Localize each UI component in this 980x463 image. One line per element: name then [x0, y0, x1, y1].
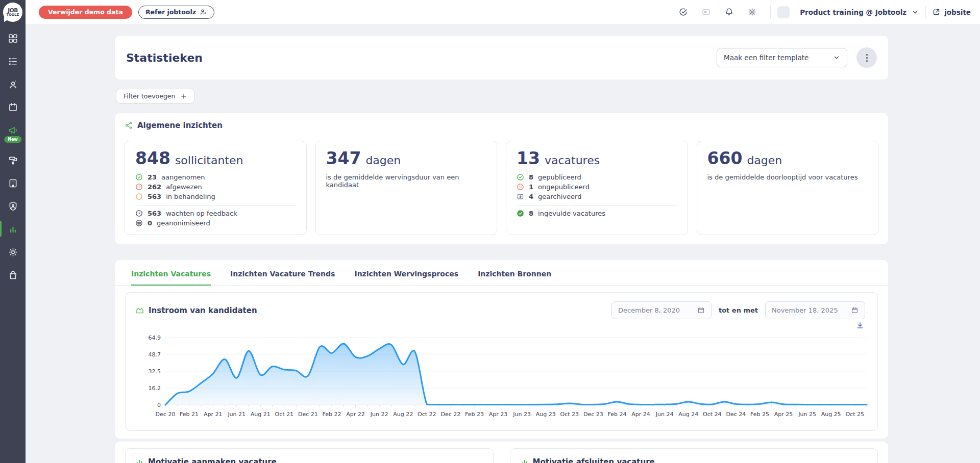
- check-circle-icon: [135, 173, 143, 181]
- tasks-button[interactable]: [672, 0, 695, 24]
- settings-button[interactable]: [741, 0, 764, 24]
- tab-inzichten-vacature-trends[interactable]: Inzichten Vacature Trends: [230, 270, 335, 285]
- external-link-icon: [933, 8, 940, 16]
- chart-card: Instroom van kandidaten December 8, 2020…: [125, 292, 878, 431]
- add-filter-button[interactable]: Filter toevoegen: [116, 89, 194, 104]
- tab-inzichten-vacatures[interactable]: Inzichten Vacatures: [131, 270, 211, 285]
- svg-text:Dec 21: Dec 21: [298, 411, 318, 418]
- stat-footer-list: 563wachten op feedback0geanonimiseerd: [135, 210, 296, 227]
- sidebar-item-statistics[interactable]: [0, 223, 26, 235]
- minus-circle-icon: [517, 183, 524, 191]
- check-circle-icon: [517, 173, 524, 181]
- svg-text:Oct 21: Oct 21: [275, 411, 294, 418]
- refer-jobtoolz-button[interactable]: Refer jobtoolz: [138, 6, 214, 19]
- sidebar-item-privacy[interactable]: [0, 200, 26, 212]
- date-to-input[interactable]: November 18, 2025: [765, 301, 865, 319]
- stat-row: 23aangenomen: [135, 173, 296, 181]
- jobsite-label: jobsite: [944, 8, 971, 16]
- stat-row: 563in behandeling: [135, 193, 296, 200]
- workspace-avatar: [777, 6, 790, 18]
- insights-title-row: Algemene inzichten: [125, 121, 878, 130]
- download-chart-button[interactable]: [856, 321, 864, 329]
- date-to-value: November 18, 2025: [772, 306, 838, 314]
- stat-card-applicants: 848 sollicitanten 23aangenomen262afgewez…: [125, 141, 307, 235]
- jobtoolz-logo[interactable]: JOB TOOLZ: [3, 3, 22, 22]
- motivation-create-card: Motivatie aanmaken vacature: [125, 448, 494, 463]
- stat-row: 1ongepubliceerd: [517, 183, 677, 191]
- bar-chart-icon: [8, 224, 18, 235]
- cards-button[interactable]: [695, 0, 718, 24]
- svg-text:Feb 25: Feb 25: [750, 411, 769, 418]
- stat-list: 8gepubliceerd1ongepubliceerd4gearchiveer…: [517, 173, 677, 200]
- stat-value: 660: [707, 149, 743, 168]
- check-solid-icon: [517, 210, 524, 217]
- stat-row: 0geanonimiseerd: [135, 219, 296, 227]
- chart-title-row: Instroom van kandidaten: [136, 306, 257, 315]
- stat-unit: dagen: [365, 154, 401, 167]
- area-chart-icon: [136, 306, 144, 315]
- tab-inzichten-bronnen[interactable]: Inzichten Bronnen: [478, 270, 551, 285]
- calendar-icon: [851, 306, 859, 314]
- svg-text:Apr 24: Apr 24: [631, 411, 650, 418]
- new-badge: New: [4, 136, 21, 143]
- minus-circle-icon: [135, 183, 143, 191]
- plus-icon: [181, 93, 187, 99]
- tab-inzichten-wervingsproces[interactable]: Inzichten Wervingsproces: [354, 270, 458, 285]
- stat-headline: 848 sollicitanten: [135, 149, 296, 168]
- sidebar-item-candidates[interactable]: [0, 78, 26, 90]
- stat-row: 4gearchiveerd: [517, 193, 677, 200]
- svg-text:Apr 22: Apr 22: [346, 411, 365, 418]
- svg-text:Dec 24: Dec 24: [726, 411, 746, 418]
- sidebar-item-employer-branding[interactable]: [0, 154, 26, 166]
- date-range-separator: tot en met: [719, 306, 758, 314]
- statistics-header-panel: Statistieken Maak een filter template: [115, 36, 888, 80]
- stat-row: 8ingevulde vacatures: [517, 210, 677, 217]
- building-icon: [8, 178, 18, 189]
- filter-template-select[interactable]: Maak een filter template: [717, 48, 847, 67]
- svg-text:Dec 23: Dec 23: [583, 411, 603, 418]
- delete-demo-data-button[interactable]: Verwijder demo data: [39, 6, 132, 19]
- sidebar-item-marketplace[interactable]: [0, 269, 26, 281]
- filter-template-value: Maak een filter template: [724, 54, 808, 62]
- inflow-area-chart: 64.948.732.516.20Dec 20Feb 21Apr 21Jun 2…: [132, 330, 872, 428]
- sidebar-item-calendar[interactable]: [0, 101, 26, 113]
- svg-text:Apr 25: Apr 25: [774, 411, 793, 418]
- sidebar-item-campaigns[interactable]: New: [0, 124, 26, 136]
- megaphone-icon: [8, 125, 18, 136]
- svg-text:32.5: 32.5: [149, 368, 161, 375]
- card-title-row: Motivatie afsluiten vacature: [521, 457, 868, 463]
- account-menu[interactable]: Product training @ Jobtoolz: [777, 6, 919, 18]
- more-options-button[interactable]: [856, 47, 877, 68]
- paint-roller-icon: [8, 155, 18, 166]
- insights-title: Algemene inzichten: [137, 121, 223, 130]
- stat-unit: vacatures: [545, 154, 600, 167]
- bar-chart-icon: [521, 458, 528, 463]
- sidebar-item-dashboard[interactable]: [0, 32, 26, 44]
- sidebar-item-vacancies[interactable]: [0, 55, 26, 67]
- card-title: Motivatie aanmaken vacature: [148, 457, 277, 463]
- date-from-input[interactable]: December 8, 2020: [611, 301, 712, 319]
- bell-icon: [725, 8, 733, 16]
- card-icon: [702, 8, 710, 16]
- chart-header: Instroom van kandidaten December 8, 2020…: [126, 293, 877, 319]
- sidebar-item-company[interactable]: [0, 177, 26, 189]
- circle-icon: [135, 193, 143, 200]
- stat-value: 13: [517, 149, 540, 168]
- svg-text:Aug 21: Aug 21: [251, 411, 271, 418]
- anonymous-icon: [135, 219, 143, 227]
- dashboard-grid-icon: [8, 33, 18, 44]
- notifications-button[interactable]: [718, 0, 741, 24]
- stat-cards-row: 848 sollicitanten 23aangenomen262afgewez…: [125, 141, 878, 235]
- svg-text:Aug 25: Aug 25: [821, 411, 841, 418]
- calendar-icon: [8, 102, 18, 113]
- sidebar-item-settings[interactable]: [0, 246, 26, 258]
- topbar-right: Product training @ Jobtoolz jobsite: [672, 0, 971, 24]
- list-icon: [8, 56, 18, 67]
- chevron-down-icon: [833, 54, 840, 61]
- svg-text:Feb 21: Feb 21: [180, 411, 199, 418]
- shield-user-icon: [8, 201, 18, 212]
- check-circle-icon: [679, 8, 688, 16]
- jobsite-link[interactable]: jobsite: [933, 8, 971, 16]
- page-title: Statistieken: [126, 52, 203, 64]
- svg-text:Oct 25: Oct 25: [845, 411, 864, 418]
